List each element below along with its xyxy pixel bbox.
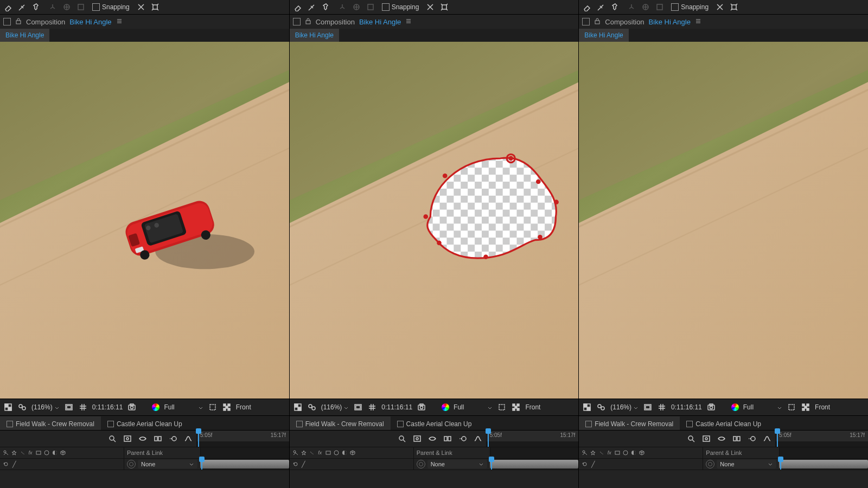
panel-menu-icon[interactable]	[695, 18, 701, 26]
panel-menu-icon[interactable]	[405, 18, 412, 26]
motion-blur-switch-icon[interactable]	[333, 449, 340, 457]
parent-dropdown[interactable]: None	[138, 460, 197, 468]
axis-view-icon[interactable]	[655, 2, 665, 12]
safe-zones-icon[interactable]	[64, 402, 74, 412]
zoom-dropdown[interactable]: (116%)	[321, 403, 349, 411]
project-tab-1[interactable]: Field Walk - Crew Removal	[0, 416, 101, 432]
timecode-display[interactable]: 0:11:16:11	[92, 403, 123, 411]
eraser-tool-icon[interactable]	[293, 2, 303, 12]
alpha-icon[interactable]	[3, 402, 13, 412]
layer-reset-icon[interactable]	[292, 460, 299, 468]
transparency-grid-icon[interactable]	[222, 402, 232, 412]
shy-icon[interactable]	[427, 434, 437, 444]
project-tab-2[interactable]: Castle Aerial Clean Up	[680, 416, 768, 432]
parent-dropdown[interactable]: None	[427, 460, 487, 468]
snapping-checkbox[interactable]	[671, 3, 679, 11]
snap-edge-icon[interactable]	[136, 2, 146, 12]
axis-local-icon[interactable]	[337, 2, 347, 12]
color-management-icon[interactable]	[731, 403, 739, 411]
snapping-checkbox[interactable]	[382, 3, 390, 11]
timeline-ruler[interactable]: 5:05f15:17f	[776, 431, 868, 441]
axis-world-icon[interactable]	[352, 2, 361, 12]
motion-blur-icon[interactable]	[747, 434, 757, 444]
composition-viewport[interactable]	[290, 42, 579, 399]
pin-tool-icon[interactable]	[321, 2, 331, 12]
frame-blend-icon[interactable]	[732, 434, 742, 444]
brush-tool-icon[interactable]	[596, 2, 606, 12]
project-tab-1[interactable]: Field Walk - Crew Removal	[290, 416, 391, 432]
search-icon[interactable]	[686, 434, 696, 444]
snap-collapse-icon[interactable]	[150, 2, 160, 12]
mask-visibility-icon[interactable]	[596, 402, 606, 412]
pickwhip-icon[interactable]	[127, 460, 136, 468]
brush-tool-icon[interactable]	[307, 2, 317, 12]
adjustment-switch-icon[interactable]	[51, 449, 59, 457]
project-tab-1[interactable]: Field Walk - Crew Removal	[579, 416, 680, 432]
roi-icon[interactable]	[787, 402, 796, 412]
comp-mini-icon[interactable]	[701, 434, 711, 444]
layer-edit-icon[interactable]: ╱	[10, 460, 18, 468]
shy-icon[interactable]	[138, 434, 148, 444]
transparency-grid-icon[interactable]	[801, 402, 810, 412]
pickwhip-icon[interactable]	[417, 460, 425, 468]
frame-blend-icon[interactable]	[443, 434, 452, 444]
color-management-icon[interactable]	[152, 403, 159, 411]
safe-zones-icon[interactable]	[643, 402, 653, 412]
timeline-ruler[interactable]: 5:05f15:17f	[487, 431, 579, 441]
project-tab-2[interactable]: Castle Aerial Clean Up	[391, 416, 478, 432]
comp-mini-icon[interactable]	[123, 434, 132, 444]
resolution-dropdown[interactable]: Full	[743, 403, 782, 411]
3d-switch-icon[interactable]	[59, 449, 67, 457]
shy-icon[interactable]	[717, 434, 726, 444]
layer-edit-icon[interactable]: ╱	[300, 460, 308, 468]
motion-blur-switch-icon[interactable]	[43, 449, 50, 457]
composition-name[interactable]: Bike Hi Angle	[649, 18, 691, 26]
snapping-toggle[interactable]: Snapping	[92, 3, 130, 11]
graph-editor-icon[interactable]	[183, 434, 193, 444]
shy-switch-icon[interactable]: ⟍	[597, 449, 605, 457]
zoom-dropdown[interactable]: (116%)	[610, 403, 639, 411]
panel-menu-icon[interactable]	[116, 18, 123, 26]
star-switch-icon[interactable]	[589, 449, 597, 457]
layer-clip[interactable]	[779, 460, 868, 468]
layer-reset-icon[interactable]	[2, 460, 10, 468]
adjustment-switch-icon[interactable]	[630, 449, 637, 457]
frame-blend-switch-icon[interactable]	[324, 449, 332, 457]
3d-switch-icon[interactable]	[349, 449, 356, 457]
frame-blend-icon[interactable]	[153, 434, 163, 444]
search-icon[interactable]	[107, 434, 117, 444]
av-switch-icon[interactable]	[2, 449, 10, 457]
transparency-grid-icon[interactable]	[511, 402, 521, 412]
comp-mini-icon[interactable]	[412, 434, 422, 444]
layer-clip[interactable]	[200, 460, 289, 468]
av-switch-icon[interactable]	[292, 449, 299, 457]
axis-local-icon[interactable]	[627, 2, 636, 12]
timecode-display[interactable]: 0:11:16:11	[671, 403, 702, 411]
frame-blend-switch-icon[interactable]	[614, 449, 621, 457]
resolution-dropdown[interactable]: Full	[164, 403, 203, 411]
snapping-checkbox[interactable]	[92, 3, 100, 11]
roi-icon[interactable]	[208, 402, 218, 412]
snapping-toggle[interactable]: Snapping	[382, 3, 419, 11]
motion-blur-icon[interactable]	[458, 434, 468, 444]
snap-collapse-icon[interactable]	[729, 2, 739, 12]
fx-switch-icon[interactable]: fx	[605, 449, 613, 457]
graph-editor-icon[interactable]	[473, 434, 483, 444]
composition-name[interactable]: Bike Hi Angle	[69, 18, 111, 26]
composition-viewport[interactable]	[579, 42, 868, 399]
axis-view-icon[interactable]	[366, 2, 375, 12]
alpha-icon[interactable]	[293, 402, 303, 412]
composition-viewport[interactable]	[0, 42, 289, 399]
project-tab-2[interactable]: Castle Aerial Clean Up	[101, 416, 189, 432]
fx-switch-icon[interactable]: fx	[316, 449, 324, 457]
playhead[interactable]	[780, 459, 781, 470]
roi-icon[interactable]	[497, 402, 507, 412]
axis-view-icon[interactable]	[76, 2, 86, 12]
safe-zones-icon[interactable]	[353, 402, 363, 412]
pickwhip-icon[interactable]	[706, 460, 714, 468]
playhead[interactable]	[491, 459, 492, 470]
snapping-toggle[interactable]: Snapping	[671, 3, 709, 11]
grid-icon[interactable]	[367, 402, 377, 412]
mask-visibility-icon[interactable]	[307, 402, 317, 412]
snap-edge-icon[interactable]	[425, 2, 435, 12]
